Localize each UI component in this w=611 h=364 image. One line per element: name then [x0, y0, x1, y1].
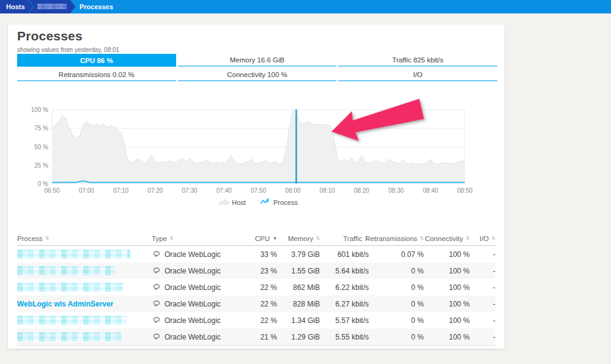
connectivity-cell: 100 % — [424, 316, 470, 325]
column-label: Type — [152, 235, 167, 242]
x-tick-label: 07:30 — [182, 187, 197, 194]
table-row[interactable]: WebLogic wls AdminServerOracle WebLogic2… — [17, 295, 495, 312]
sort-icon: ⇅ — [491, 236, 495, 241]
column-header-process[interactable]: Process⇅ — [17, 235, 152, 242]
memory-cell: 3.79 GiB — [277, 250, 320, 259]
connectivity-cell: 100 % — [424, 283, 470, 292]
io-cell: - — [470, 333, 495, 341]
redacted-hostname — [37, 4, 67, 9]
column-label: Memory — [288, 235, 314, 242]
metric-tabs: CPU 86 %Memory 16.6 GiBTraffic 825 kbit/… — [17, 54, 497, 81]
column-label: Traffic — [343, 235, 362, 242]
tab-memory-16-6-gib[interactable]: Memory 16.6 GiB — [178, 54, 337, 67]
process-link[interactable]: WebLogic wls AdminServer — [17, 300, 113, 308]
breadcrumb-item-processes: Processes — [80, 0, 113, 13]
breadcrumb-item-hosts[interactable]: Hosts — [0, 0, 33, 13]
tab-connectivity-100[interactable]: Connectivity 100 % — [178, 69, 337, 81]
cpu-chart-canvas[interactable] — [52, 110, 465, 184]
weblogic-icon — [153, 300, 160, 308]
x-tick-label: 07:50 — [251, 187, 266, 194]
chart-selection-line[interactable] — [295, 110, 297, 184]
host-series-area — [52, 110, 465, 184]
cpu-cell: 21 % — [250, 333, 277, 341]
breadcrumb-item-host[interactable] — [29, 0, 75, 13]
process-type-cell: Oracle WebLogic — [152, 250, 250, 259]
redacted-process-name — [17, 283, 124, 292]
table-body: Oracle WebLogic33 %3.79 GiB601 kbit/s0.0… — [17, 246, 495, 345]
column-header-retransmissions[interactable]: Retransmissions⇅ — [369, 235, 424, 242]
process-line-icon — [261, 198, 270, 206]
table-row[interactable]: Oracle WebLogic33 %3.79 GiB601 kbit/s0.0… — [17, 246, 495, 262]
sort-icon: ⇅ — [465, 236, 470, 241]
legend-item-process[interactable]: Process — [261, 198, 298, 206]
column-label: Process — [17, 235, 43, 242]
table-header-row: Process⇅Type⇅CPU▼Memory⇅Traffic⇅Retransm… — [17, 231, 495, 246]
process-type-cell: Oracle WebLogic — [152, 300, 250, 308]
process-name-cell — [17, 266, 152, 275]
tab-retransmissions-0-02[interactable]: Retransmissions 0.02 % — [17, 69, 176, 81]
io-cell: - — [470, 316, 495, 325]
column-header-cpu[interactable]: CPU▼ — [250, 235, 277, 242]
table-row[interactable]: Oracle WebLogic22 %1.34 GiB5.57 kbit/s0 … — [17, 312, 495, 329]
sort-icon: ⇅ — [316, 236, 320, 241]
cpu-cell: 22 % — [250, 283, 277, 292]
column-header-type[interactable]: Type⇅ — [152, 235, 250, 242]
process-table: Process⇅Type⇅CPU▼Memory⇅Traffic⇅Retransm… — [17, 231, 495, 346]
io-cell: - — [470, 300, 495, 308]
process-name-cell — [17, 332, 152, 341]
process-type-label: Oracle WebLogic — [165, 267, 221, 275]
cpu-chart[interactable]: 100 %75 %50 %25 %0 % 06:5007:0007:1007:2… — [52, 110, 465, 184]
column-label: Connectivity — [425, 235, 464, 242]
table-row[interactable]: Oracle WebLogic23 %1.55 GiB5.64 kbit/s0 … — [17, 262, 495, 279]
process-type-cell: Oracle WebLogic — [152, 283, 250, 292]
retransmissions-cell: 0 % — [369, 316, 424, 325]
traffic-cell: 6.22 kbit/s — [320, 283, 369, 292]
breadcrumb-hosts-label: Hosts — [6, 3, 25, 10]
memory-cell: 1.29 GiB — [277, 333, 320, 341]
weblogic-icon — [153, 316, 160, 325]
tab-cpu-86[interactable]: CPU 86 % — [17, 54, 176, 67]
column-header-traffic[interactable]: Traffic⇅ — [320, 235, 369, 242]
cpu-cell: 23 % — [250, 267, 277, 275]
y-tick-label: 25 % — [23, 162, 48, 168]
weblogic-icon — [153, 267, 160, 275]
process-type-label: Oracle WebLogic — [165, 283, 221, 292]
retransmissions-cell: 0.07 % — [369, 250, 424, 259]
retransmissions-cell: 0 % — [369, 283, 424, 292]
x-tick-label: 07:10 — [113, 187, 128, 194]
x-tick-label: 08:30 — [388, 187, 404, 194]
x-tick-label: 07:40 — [217, 187, 232, 194]
tab-traffic-825-kbit-s[interactable]: Traffic 825 kbit/s — [338, 54, 497, 67]
y-tick-label: 0 % — [23, 180, 48, 187]
column-header-memory[interactable]: Memory⇅ — [277, 235, 320, 242]
process-name-cell — [17, 250, 152, 259]
io-cell: - — [470, 267, 495, 275]
retransmissions-cell: 0 % — [369, 267, 424, 275]
redacted-process-name — [17, 332, 121, 341]
connectivity-cell: 100 % — [424, 300, 470, 308]
table-row[interactable]: Oracle WebLogic21 %1.29 GiB5.55 kbit/s0 … — [17, 329, 495, 345]
legend-item-host[interactable]: Host — [219, 198, 246, 206]
sort-icon: ⇅ — [169, 236, 174, 241]
column-header-connectivity[interactable]: Connectivity⇅ — [424, 235, 470, 242]
timeframe-subtitle: showing values from yesterday, 08:01 — [17, 46, 119, 53]
cpu-cell: 22 % — [250, 316, 277, 325]
connectivity-cell: 100 % — [424, 267, 470, 275]
x-tick-label: 08:50 — [457, 187, 472, 194]
column-header-i-o[interactable]: I/O⇅ — [470, 235, 495, 242]
process-name-cell — [17, 283, 152, 292]
process-type-cell: Oracle WebLogic — [152, 267, 250, 275]
column-label: CPU — [255, 235, 270, 242]
processes-card: Processes showing values from yesterday,… — [8, 24, 505, 349]
y-tick-label: 75 % — [23, 125, 48, 132]
tab-i-o[interactable]: I/O — [338, 69, 497, 81]
redacted-process-name — [17, 316, 127, 325]
memory-cell: 1.55 GiB — [277, 267, 320, 275]
traffic-cell: 5.64 kbit/s — [320, 267, 369, 275]
table-row[interactable]: Oracle WebLogic22 %862 MiB6.22 kbit/s0 %… — [17, 279, 495, 295]
memory-cell: 828 MiB — [277, 300, 320, 308]
x-tick-label: 08:40 — [423, 187, 438, 194]
cpu-cell: 33 % — [250, 250, 277, 259]
sort-icon: ⇅ — [45, 236, 50, 241]
traffic-cell: 5.55 kbit/s — [320, 333, 369, 341]
